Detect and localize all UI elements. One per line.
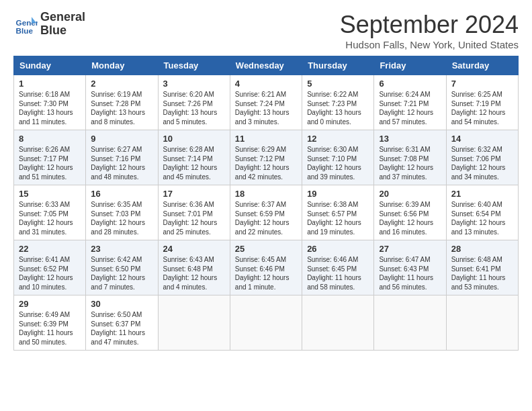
day-number: 23 bbox=[91, 244, 152, 254]
calendar-cell: 21 Sunrise: 6:40 AM Sunset: 6:54 PM Dayl… bbox=[446, 185, 518, 240]
cell-info: Sunrise: 6:18 AM Sunset: 7:30 PM Dayligh… bbox=[19, 90, 81, 126]
cell-info: Sunrise: 6:50 AM Sunset: 6:37 PM Dayligh… bbox=[91, 310, 152, 347]
calendar-week-5: 29 Sunrise: 6:49 AM Sunset: 6:39 PM Dayl… bbox=[14, 295, 519, 351]
calendar-table: SundayMondayTuesdayWednesdayThursdayFrid… bbox=[13, 56, 519, 351]
cell-info: Sunrise: 6:40 AM Sunset: 6:54 PM Dayligh… bbox=[451, 200, 513, 236]
logo-icon: General Blue bbox=[13, 12, 38, 36]
day-header-wednesday: Wednesday bbox=[230, 56, 302, 75]
calendar-cell: 26 Sunrise: 6:46 AM Sunset: 6:45 PM Dayl… bbox=[302, 240, 374, 295]
day-number: 24 bbox=[163, 244, 225, 254]
day-number: 11 bbox=[235, 134, 297, 144]
day-number: 27 bbox=[379, 244, 441, 254]
svg-text:Blue: Blue bbox=[16, 26, 34, 34]
day-header-thursday: Thursday bbox=[302, 56, 374, 75]
day-number: 12 bbox=[307, 134, 369, 144]
cell-info: Sunrise: 6:30 AM Sunset: 7:10 PM Dayligh… bbox=[307, 145, 369, 181]
day-number: 16 bbox=[91, 189, 152, 199]
calendar-cell: 29 Sunrise: 6:49 AM Sunset: 6:39 PM Dayl… bbox=[14, 295, 86, 351]
day-number: 5 bbox=[307, 79, 369, 89]
day-number: 17 bbox=[163, 189, 225, 199]
cell-info: Sunrise: 6:39 AM Sunset: 6:56 PM Dayligh… bbox=[379, 200, 441, 236]
calendar-cell: 4 Sunrise: 6:21 AM Sunset: 7:24 PM Dayli… bbox=[230, 75, 302, 130]
day-number: 28 bbox=[451, 244, 513, 254]
calendar-cell bbox=[158, 295, 230, 351]
calendar-cell: 18 Sunrise: 6:37 AM Sunset: 6:59 PM Dayl… bbox=[230, 185, 302, 240]
title-area: September 2024 Hudson Falls, New York, U… bbox=[340, 11, 519, 50]
cell-info: Sunrise: 6:41 AM Sunset: 6:52 PM Dayligh… bbox=[19, 255, 81, 291]
cell-info: Sunrise: 6:35 AM Sunset: 7:03 PM Dayligh… bbox=[91, 200, 152, 236]
location: Hudson Falls, New York, United States bbox=[340, 39, 519, 50]
cell-info: Sunrise: 6:26 AM Sunset: 7:17 PM Dayligh… bbox=[19, 145, 81, 181]
calendar-cell: 1 Sunrise: 6:18 AM Sunset: 7:30 PM Dayli… bbox=[14, 75, 86, 130]
cell-info: Sunrise: 6:38 AM Sunset: 6:57 PM Dayligh… bbox=[307, 200, 369, 236]
cell-info: Sunrise: 6:42 AM Sunset: 6:50 PM Dayligh… bbox=[91, 255, 152, 291]
day-number: 13 bbox=[379, 134, 441, 144]
calendar-cell: 11 Sunrise: 6:29 AM Sunset: 7:12 PM Dayl… bbox=[230, 130, 302, 185]
day-number: 4 bbox=[235, 79, 297, 89]
cell-info: Sunrise: 6:37 AM Sunset: 6:59 PM Dayligh… bbox=[235, 200, 297, 236]
calendar-cell: 12 Sunrise: 6:30 AM Sunset: 7:10 PM Dayl… bbox=[302, 130, 374, 185]
cell-info: Sunrise: 6:28 AM Sunset: 7:14 PM Dayligh… bbox=[163, 145, 225, 181]
day-number: 9 bbox=[91, 134, 152, 144]
page-header: General Blue General Blue September 2024… bbox=[13, 11, 519, 50]
logo-line1: General bbox=[40, 11, 85, 24]
calendar-cell: 14 Sunrise: 6:32 AM Sunset: 7:06 PM Dayl… bbox=[446, 130, 518, 185]
calendar-cell: 23 Sunrise: 6:42 AM Sunset: 6:50 PM Dayl… bbox=[86, 240, 158, 295]
calendar-cell: 30 Sunrise: 6:50 AM Sunset: 6:37 PM Dayl… bbox=[86, 295, 158, 351]
calendar-cell bbox=[230, 295, 302, 351]
day-number: 25 bbox=[235, 244, 297, 254]
calendar-week-1: 1 Sunrise: 6:18 AM Sunset: 7:30 PM Dayli… bbox=[14, 75, 519, 130]
day-number: 15 bbox=[19, 189, 81, 199]
calendar-cell bbox=[446, 295, 518, 351]
cell-info: Sunrise: 6:33 AM Sunset: 7:05 PM Dayligh… bbox=[19, 200, 81, 236]
calendar-cell: 19 Sunrise: 6:38 AM Sunset: 6:57 PM Dayl… bbox=[302, 185, 374, 240]
cell-info: Sunrise: 6:19 AM Sunset: 7:28 PM Dayligh… bbox=[91, 90, 152, 126]
day-number: 22 bbox=[19, 244, 81, 254]
calendar-cell: 10 Sunrise: 6:28 AM Sunset: 7:14 PM Dayl… bbox=[158, 130, 230, 185]
day-header-monday: Monday bbox=[86, 56, 158, 75]
cell-info: Sunrise: 6:25 AM Sunset: 7:19 PM Dayligh… bbox=[451, 90, 513, 126]
cell-info: Sunrise: 6:36 AM Sunset: 7:01 PM Dayligh… bbox=[163, 200, 225, 236]
day-number: 18 bbox=[235, 189, 297, 199]
calendar-cell: 13 Sunrise: 6:31 AM Sunset: 7:08 PM Dayl… bbox=[374, 130, 446, 185]
day-number: 19 bbox=[307, 189, 369, 199]
cell-info: Sunrise: 6:24 AM Sunset: 7:21 PM Dayligh… bbox=[379, 90, 441, 126]
day-number: 6 bbox=[379, 79, 441, 89]
day-number: 20 bbox=[379, 189, 441, 199]
calendar-cell: 16 Sunrise: 6:35 AM Sunset: 7:03 PM Dayl… bbox=[86, 185, 158, 240]
day-number: 30 bbox=[91, 299, 152, 309]
cell-info: Sunrise: 6:29 AM Sunset: 7:12 PM Dayligh… bbox=[235, 145, 297, 181]
calendar-cell: 3 Sunrise: 6:20 AM Sunset: 7:26 PM Dayli… bbox=[158, 75, 230, 130]
day-number: 1 bbox=[19, 79, 81, 89]
cell-info: Sunrise: 6:45 AM Sunset: 6:46 PM Dayligh… bbox=[235, 255, 297, 291]
calendar-cell: 2 Sunrise: 6:19 AM Sunset: 7:28 PM Dayli… bbox=[86, 75, 158, 130]
calendar-cell bbox=[302, 295, 374, 351]
day-number: 3 bbox=[163, 79, 225, 89]
calendar-cell: 22 Sunrise: 6:41 AM Sunset: 6:52 PM Dayl… bbox=[14, 240, 86, 295]
day-number: 7 bbox=[451, 79, 513, 89]
day-header-friday: Friday bbox=[374, 56, 446, 75]
day-number: 14 bbox=[451, 134, 513, 144]
cell-info: Sunrise: 6:49 AM Sunset: 6:39 PM Dayligh… bbox=[19, 310, 81, 347]
calendar-cell: 20 Sunrise: 6:39 AM Sunset: 6:56 PM Dayl… bbox=[374, 185, 446, 240]
cell-info: Sunrise: 6:31 AM Sunset: 7:08 PM Dayligh… bbox=[379, 145, 441, 181]
calendar-cell: 28 Sunrise: 6:48 AM Sunset: 6:41 PM Dayl… bbox=[446, 240, 518, 295]
day-number: 8 bbox=[19, 134, 81, 144]
calendar-week-4: 22 Sunrise: 6:41 AM Sunset: 6:52 PM Dayl… bbox=[14, 240, 519, 295]
day-header-saturday: Saturday bbox=[446, 56, 518, 75]
calendar-cell: 6 Sunrise: 6:24 AM Sunset: 7:21 PM Dayli… bbox=[374, 75, 446, 130]
calendar-week-2: 8 Sunrise: 6:26 AM Sunset: 7:17 PM Dayli… bbox=[14, 130, 519, 185]
cell-info: Sunrise: 6:48 AM Sunset: 6:41 PM Dayligh… bbox=[451, 255, 513, 291]
day-number: 26 bbox=[307, 244, 369, 254]
calendar-cell: 17 Sunrise: 6:36 AM Sunset: 7:01 PM Dayl… bbox=[158, 185, 230, 240]
calendar-cell: 8 Sunrise: 6:26 AM Sunset: 7:17 PM Dayli… bbox=[14, 130, 86, 185]
calendar-cell: 15 Sunrise: 6:33 AM Sunset: 7:05 PM Dayl… bbox=[14, 185, 86, 240]
logo: General Blue General Blue bbox=[13, 11, 85, 38]
calendar-cell: 5 Sunrise: 6:22 AM Sunset: 7:23 PM Dayli… bbox=[302, 75, 374, 130]
cell-info: Sunrise: 6:27 AM Sunset: 7:16 PM Dayligh… bbox=[91, 145, 152, 181]
logo-line2: Blue bbox=[40, 24, 85, 38]
day-number: 10 bbox=[163, 134, 225, 144]
cell-info: Sunrise: 6:21 AM Sunset: 7:24 PM Dayligh… bbox=[235, 90, 297, 126]
day-number: 2 bbox=[91, 79, 152, 89]
day-number: 21 bbox=[451, 189, 513, 199]
